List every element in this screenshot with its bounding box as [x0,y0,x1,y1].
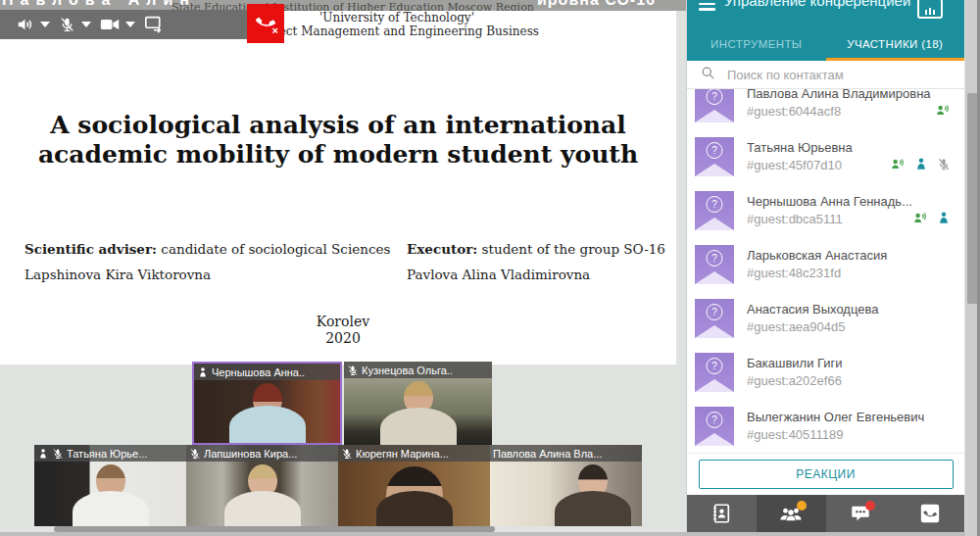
slide-city: Korolev [0,314,686,330]
speaker-caret-icon[interactable] [40,22,50,27]
screen-share-button[interactable] [144,16,164,33]
participant-name: Вылегжанин Олег Евгеньевич [747,410,951,424]
presenter-title-right: ировна СО-16 [537,0,656,9]
participant-guest-id: #guest:a202ef66 [747,373,951,388]
mic-muted-icon [937,157,951,171]
video-participant-name: Кузнецова Ольга.. [362,365,453,376]
participant-row[interactable]: Вылегжанин Олег Евгеньевич #guest:405111… [687,399,964,453]
video-participant-name: Кюрегян Марина... [356,448,449,460]
tribune-icon [37,448,49,460]
call-button[interactable] [895,495,964,532]
hangup-x-icon: × [272,24,278,36]
executor-name: Pavlova Alina Vladimirovna [407,262,666,287]
mic-muted-icon [189,448,201,460]
video-label: Кузнецова Ольга.. [344,362,492,378]
participant-guest-id: #guest:48c231fd [747,266,951,280]
sidebar-tabs: ИНСТРУМЕНТЫ УЧАСТНИКИ (18) [687,27,964,61]
hangup-button[interactable]: × [247,4,284,43]
participant-name: Анастасия Выходцева [747,302,951,317]
contacts-book-icon [710,503,732,524]
screen-share-icon [144,16,164,33]
participants-list: Павлова Алина Владимировна #guest:6044ac… [687,89,964,453]
tribune-icon [197,366,209,378]
participant-row[interactable]: Чернышова Анна Геннадь... #guest:dbca511… [687,183,964,237]
camera-button[interactable] [100,17,135,32]
participant-guest-id: #guest:40511189 [747,427,951,442]
participant-row[interactable]: Анастасия Выходцева #guest:aea904d5 [687,291,964,345]
video-tile-kuznetsova[interactable]: Кузнецова Ольга.. [344,362,492,445]
participant-name: Татьяна Юрьевна [747,140,951,155]
participant-row[interactable]: Павлова Алина Владимировна #guest:6044ac… [687,89,964,129]
participant-name: Ларьковская Анастасия [747,248,951,263]
video-tile-kyuregyan[interactable]: Кюрегян Марина... [338,445,490,528]
slide-title-line2: academic mobility of modern student yout… [0,140,676,170]
speaking-icon [934,103,951,118]
active-tab-underline [826,58,965,61]
executor-label: Executor: [407,241,477,257]
tab-participants[interactable]: УЧАСТНИКИ (18) [826,27,965,61]
video-participant-name: Лапшинова Кира... [204,448,297,460]
video-tile-tatyana[interactable]: Татьяна Юрье... [34,445,186,528]
video-participant-name: Татьяна Юрье... [67,448,147,460]
window-vertical-scrollbar[interactable] [965,0,980,536]
participants-badge [797,501,807,511]
slide-title: A sociological analysis of an internatio… [0,111,676,170]
guest-avatar [695,191,734,230]
menu-icon[interactable] [699,0,715,14]
adviser-text: candidate of sociological Sciences [157,241,390,257]
contact-search [687,61,964,89]
slide-city-year: Korolev 2020 [0,314,686,347]
tribune-icon [914,157,928,171]
guest-avatar [695,89,734,122]
contacts-book-button[interactable] [687,495,757,532]
participant-guest-id: #guest:6044acf8 [747,104,951,119]
executor-text: student of the group SO-16 [477,241,665,257]
guest-avatar [695,353,734,392]
slide-year: 2020 [0,330,686,347]
mic-muted-icon [59,16,75,33]
executor-block: Executor: student of the group SO-16 Pav… [407,236,666,287]
mic-muted-icon [52,448,64,460]
camera-caret-icon[interactable] [125,22,135,27]
mic-muted-icon [341,448,353,460]
participant-row[interactable]: Татьяна Юрьевна #guest:45f07d10 [687,129,964,183]
chat-button[interactable] [826,495,896,532]
slide-title-line1: A sociological analysis of an internatio… [0,111,676,140]
participant-name: Павлова Алина Владимировна [747,89,951,101]
video-label: Чернышова Анна.. [194,364,340,380]
reactions-button[interactable]: РЕАКЦИИ [699,460,954,489]
sidebar-title: Управление конференцией [724,0,910,9]
video-label: Лапшинова Кира... [186,445,338,462]
search-input[interactable] [725,67,945,83]
speaker-button[interactable] [16,16,50,33]
guest-avatar [695,245,734,284]
participant-row[interactable]: Бакашвили Гиги #guest:a202ef66 [687,345,964,399]
sidebar-bottom-bar [687,495,964,532]
tribune-icon [937,211,951,225]
sidebar-header: Управление конференцией [687,0,964,27]
camera-icon [100,17,120,32]
guest-avatar [695,137,734,176]
window-bottom-edge [0,532,980,536]
chat-badge [865,501,875,511]
video-participant-name: Чернышова Анна.. [212,366,305,378]
call-icon [919,503,941,524]
video-tile-chernyshova[interactable]: Чернышова Анна.. [192,362,342,445]
video-tile-pavlova[interactable]: Павлова Алина Вла... [490,445,642,528]
guest-avatar [695,407,734,446]
participants-panel-button[interactable] [757,495,826,532]
video-label: Татьяна Юрье... [34,445,186,462]
video-tile-lapshinova[interactable]: Лапшинова Кира... [186,445,338,528]
presentation-slide: 'University of Technology' Project Manag… [0,0,676,365]
participant-row[interactable]: Ларьковская Анастасия #guest:48c231fd [687,237,964,291]
conference-window: 'University of Technology' Project Manag… [0,0,980,536]
participant-name: Чернышова Анна Геннадь... [747,194,951,209]
mic-caret-icon[interactable] [81,22,91,27]
mic-button[interactable] [59,16,91,33]
participant-name: Бакашвили Гиги [747,356,951,370]
speaking-icon [889,157,906,171]
adviser-block: Scientific adviser: candidate of sociolo… [24,236,392,287]
tab-tools[interactable]: ИНСТРУМЕНТЫ [687,27,826,61]
adviser-label: Scientific adviser: [24,241,157,257]
presenter-title-left: Павлова Алин [2,0,196,9]
